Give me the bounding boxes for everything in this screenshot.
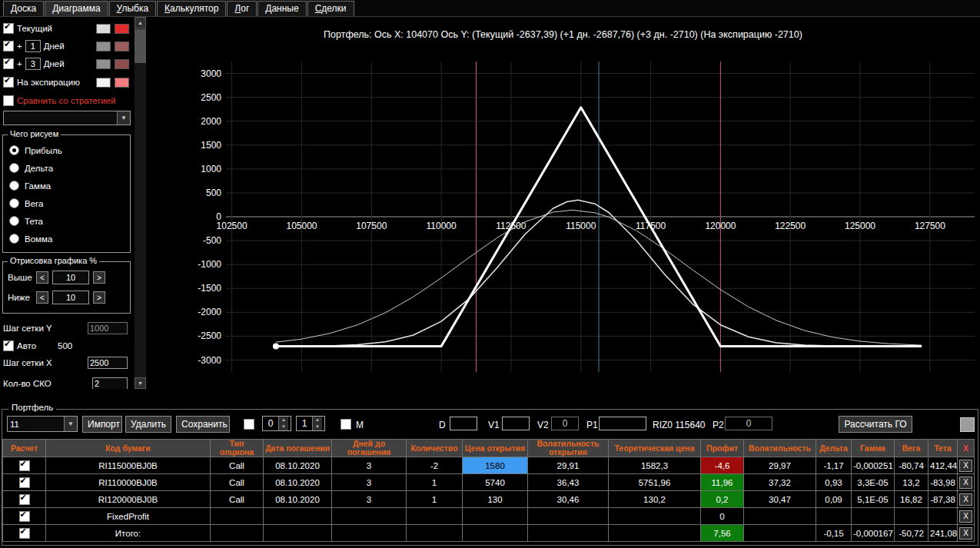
range-below-increase-button[interactable]: > [93,291,105,304]
table-cell[interactable] [744,525,816,542]
remove-cell[interactable]: X [958,474,975,491]
table-cell[interactable]: 3 [332,457,407,474]
stepper-up-icon[interactable]: ▲ [279,417,288,423]
col-header[interactable]: Тета [929,440,958,457]
radio-icon[interactable] [9,234,19,244]
plus1-checkbox[interactable] [3,41,14,51]
current-checkbox[interactable] [3,23,14,34]
table-cell[interactable]: 0,09 [816,491,852,508]
plus1-days-input[interactable] [25,40,41,52]
stepper-down-icon[interactable]: ▼ [313,423,322,430]
scroll-up-icon[interactable]: ▲ [135,17,146,28]
table-cell[interactable]: 37,32 [744,474,816,491]
table-cell[interactable]: 30,47 [744,491,816,508]
numeric-stepper-b[interactable]: ▲▼ [296,416,325,431]
table-cell[interactable] [407,508,463,525]
remove-cell[interactable]: X [958,508,975,525]
table-cell[interactable] [463,508,528,525]
table-cell[interactable] [895,508,929,525]
remove-row-button[interactable]: X [959,460,972,472]
remove-row-button[interactable]: X [959,527,972,540]
m-checkbox[interactable] [341,419,351,430]
col-header[interactable]: Код бумаги [46,440,211,457]
remove-row-button[interactable]: X [959,510,972,523]
table-cell[interactable]: -0,000251 [852,457,895,474]
table-cell[interactable]: 5740 [463,474,528,491]
table-cell[interactable]: RI120000BJ0B [46,491,211,508]
table-cell[interactable]: 1582,3 [609,457,701,474]
radio-option-vomma[interactable]: Вомма [3,230,130,247]
col-header[interactable]: Теоретическая цена [609,440,701,457]
radio-icon[interactable] [9,198,19,208]
table-cell[interactable]: 08.10.2020 [264,491,332,508]
table-cell[interactable] [528,525,609,542]
table-cell[interactable]: 5,1E-05 [852,491,895,508]
table-cell[interactable] [929,508,958,525]
range-below-decrease-button[interactable]: < [36,291,48,304]
radio-icon[interactable] [9,216,19,226]
chevron-down-icon[interactable]: ▼ [64,417,77,431]
table-cell[interactable] [332,525,407,542]
table-cell[interactable]: 3 [332,491,407,508]
radio-icon[interactable] [9,181,19,191]
col-header[interactable]: Вега [895,440,929,457]
remove-row-button[interactable]: X [959,477,972,489]
table-cell[interactable] [852,508,895,525]
table-cell[interactable]: 7,56 [701,525,744,542]
toolbar-checkbox-1[interactable] [244,419,254,430]
calc-margin-button[interactable]: Рассчитать ГО [839,416,912,433]
calc-cell[interactable] [3,508,46,525]
table-cell[interactable]: -87,38 [929,491,958,508]
current-color-swatch-1[interactable] [96,24,111,34]
table-cell[interactable]: 29,91 [528,457,609,474]
table-cell[interactable]: -4,6 [701,457,744,474]
strategy-combobox[interactable]: ▼ [3,111,131,125]
col-header[interactable]: Цена открытия [463,440,528,457]
table-cell[interactable]: -0,000167 [852,525,895,542]
plus1-color-swatch-1[interactable] [96,42,111,51]
table-cell[interactable] [264,508,332,525]
numeric-stepper-b-value[interactable] [297,417,312,430]
tab-deals[interactable]: Сделки [307,1,354,16]
chevron-down-icon[interactable]: ▼ [117,111,130,125]
table-cell[interactable]: -50,72 [895,525,929,542]
tab-log[interactable]: Лог [227,1,257,16]
grid-step-x-input[interactable] [88,357,128,369]
plus3-color-swatch-1[interactable] [96,59,111,69]
remove-row-button[interactable]: X [959,493,972,506]
tab-board[interactable]: Доска [3,1,44,16]
range-below-input[interactable] [52,291,89,304]
col-header[interactable]: Гамма [852,440,895,457]
radio-option-delta[interactable]: Дельта [3,159,130,177]
row-calc-checkbox[interactable] [19,477,30,488]
table-cell[interactable]: -0,15 [816,525,852,542]
table-cell[interactable]: 16,82 [895,491,929,508]
p1-input[interactable] [599,417,646,430]
plus3-color-swatch-2[interactable] [115,59,129,69]
table-cell[interactable]: 5751,96 [609,474,701,491]
plus3-days-input[interactable] [25,58,41,70]
range-above-increase-button[interactable]: > [93,271,105,284]
table-cell[interactable]: 0,2 [701,491,744,508]
table-cell[interactable]: 08.10.2020 [264,474,332,491]
expiration-color-swatch-2[interactable] [115,78,129,88]
table-cell[interactable]: 30,46 [528,491,609,508]
table-cell[interactable]: 3 [332,474,407,491]
radio-option-profit[interactable]: Прибыль [3,141,130,159]
col-header[interactable]: Профит [701,440,744,457]
col-header[interactable]: Тип опциона [211,440,264,457]
tab-calculator[interactable]: Калькулятор [157,1,226,16]
range-above-decrease-button[interactable]: < [36,271,48,284]
radio-option-theta[interactable]: Тета [3,212,130,230]
current-color-swatch-2[interactable] [115,24,129,34]
table-cell[interactable]: 11,96 [701,474,744,491]
calc-cell[interactable] [3,474,46,491]
expiration-checkbox[interactable] [3,77,14,88]
expiration-color-swatch-1[interactable] [96,78,111,88]
scroll-down-icon[interactable]: ▼ [135,377,146,389]
table-cell[interactable] [211,508,264,525]
portfolio-combobox[interactable]: 11 ▼ [7,416,78,432]
table-cell[interactable]: 29,97 [744,457,816,474]
plus3-checkbox[interactable] [3,58,14,69]
table-cell[interactable]: 130,2 [609,491,701,508]
